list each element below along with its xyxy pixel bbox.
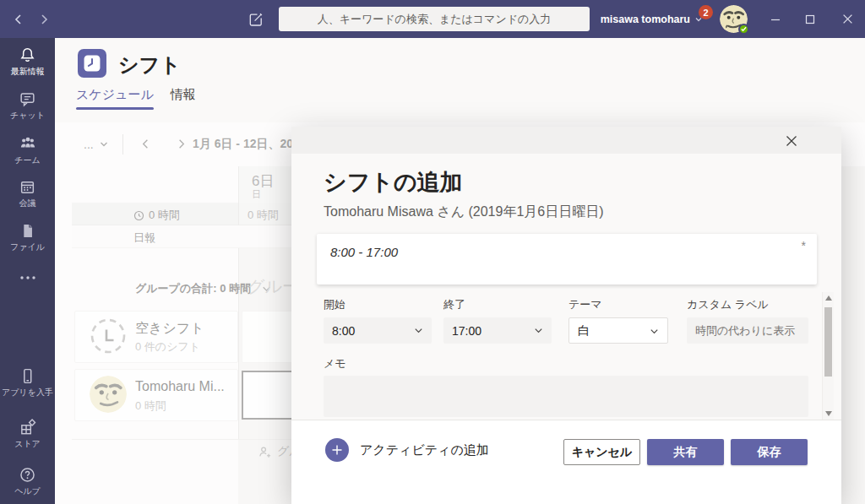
- dialog-subtitle: Tomoharu Misawa さん (2019年1月6日日曜日): [324, 203, 604, 221]
- sidebar-item-store[interactable]: ストア: [0, 418, 55, 449]
- theme-select[interactable]: 白: [569, 317, 668, 344]
- add-shift-dialog: シフトの追加 Tomoharu Misawa さん (2019年1月6日日曜日)…: [291, 127, 841, 504]
- more-icon: [0, 274, 55, 281]
- forward-button[interactable]: [35, 11, 52, 28]
- teams-window: 人、キーワードの検索、またはコマンドの入力 misawa tomoharu 2: [0, 0, 865, 504]
- search-input[interactable]: 人、キーワードの検索、またはコマンドの入力: [279, 7, 590, 31]
- presence-available-icon: [738, 24, 749, 35]
- sidebar-item-help[interactable]: ヘルプ: [0, 466, 55, 496]
- scroll-down-arrow[interactable]: [825, 411, 832, 416]
- avatar[interactable]: [720, 5, 748, 33]
- app-rail: 最新情報 チャット チーム 会議 ファイル: [0, 38, 55, 504]
- theme-label: テーマ: [569, 297, 602, 312]
- file-icon: [0, 222, 55, 240]
- plus-icon: [325, 438, 349, 462]
- title-bar: 人、キーワードの検索、またはコマンドの入力 misawa tomoharu 2: [0, 0, 865, 38]
- add-activity-button[interactable]: アクティビティの追加: [325, 438, 489, 462]
- scrollbar-thumb[interactable]: [824, 307, 832, 377]
- minimize-icon: [770, 14, 781, 24]
- sidebar-item-teams[interactable]: チーム: [0, 134, 55, 165]
- notes-textarea[interactable]: [324, 376, 808, 417]
- dialog-scrollbar[interactable]: [822, 292, 834, 420]
- start-time-select[interactable]: 8:00: [324, 317, 432, 344]
- chat-icon: [0, 90, 55, 108]
- teams-icon: [0, 134, 55, 153]
- account-menu[interactable]: misawa tomoharu: [601, 0, 703, 38]
- chevron-down-icon: [533, 325, 544, 336]
- minimize-button[interactable]: [761, 0, 790, 38]
- calendar-icon: [0, 178, 55, 196]
- close-icon: [784, 133, 799, 149]
- close-window-button[interactable]: [833, 0, 862, 38]
- back-button[interactable]: [10, 11, 27, 28]
- chevron-down-icon: [649, 326, 660, 337]
- new-chat-icon[interactable]: [248, 11, 264, 28]
- chevron-left-icon: [12, 13, 25, 26]
- end-time-select[interactable]: 17:00: [443, 317, 552, 344]
- store-icon: [0, 418, 55, 436]
- shift-time-value: 8:00 - 17:00: [330, 245, 398, 259]
- notes-label: メモ: [324, 356, 346, 371]
- custom-label-input[interactable]: 時間の代わりに表示: [687, 317, 808, 344]
- maximize-button[interactable]: [796, 0, 824, 38]
- sidebar-item-chat[interactable]: チャット: [0, 90, 55, 121]
- scroll-up-arrow[interactable]: [825, 295, 832, 301]
- chevron-down-icon: [413, 325, 424, 336]
- share-button[interactable]: 共有: [647, 439, 724, 465]
- end-label: 終了: [443, 297, 465, 312]
- dialog-title: シフトの追加: [324, 167, 463, 198]
- phone-icon: [0, 367, 55, 385]
- custom-label-placeholder: 時間の代わりに表示: [695, 323, 795, 339]
- shift-time-summary-field[interactable]: 8:00 - 17:00 *: [317, 234, 817, 285]
- username: misawa tomoharu: [601, 14, 690, 25]
- maximize-icon: [805, 14, 815, 24]
- search-placeholder: 人、キーワードの検索、またはコマンドの入力: [318, 12, 552, 27]
- sidebar-item-files[interactable]: ファイル: [0, 222, 55, 252]
- chevron-right-icon: [37, 13, 51, 26]
- custom-label-label: カスタム ラベル: [687, 297, 769, 312]
- cancel-button[interactable]: キャンセル: [563, 439, 640, 465]
- close-icon: [842, 14, 853, 24]
- help-icon: [0, 466, 55, 484]
- sidebar-item-meetings[interactable]: 会議: [0, 178, 55, 209]
- sidebar-item-get-app[interactable]: アプリを入手: [0, 367, 55, 398]
- dialog-footer: アクティビティの追加 キャンセル 共有 保存: [291, 420, 841, 504]
- sidebar-item-activity[interactable]: 最新情報: [0, 46, 55, 77]
- dialog-close-button[interactable]: [784, 133, 801, 150]
- bell-icon: [0, 46, 55, 64]
- required-marker: *: [802, 239, 806, 252]
- save-button[interactable]: 保存: [731, 439, 808, 465]
- notification-badge: 2: [699, 5, 713, 19]
- sidebar-item-more[interactable]: [0, 274, 55, 284]
- dialog-header-strip: [291, 127, 841, 154]
- start-label: 開始: [324, 297, 345, 312]
